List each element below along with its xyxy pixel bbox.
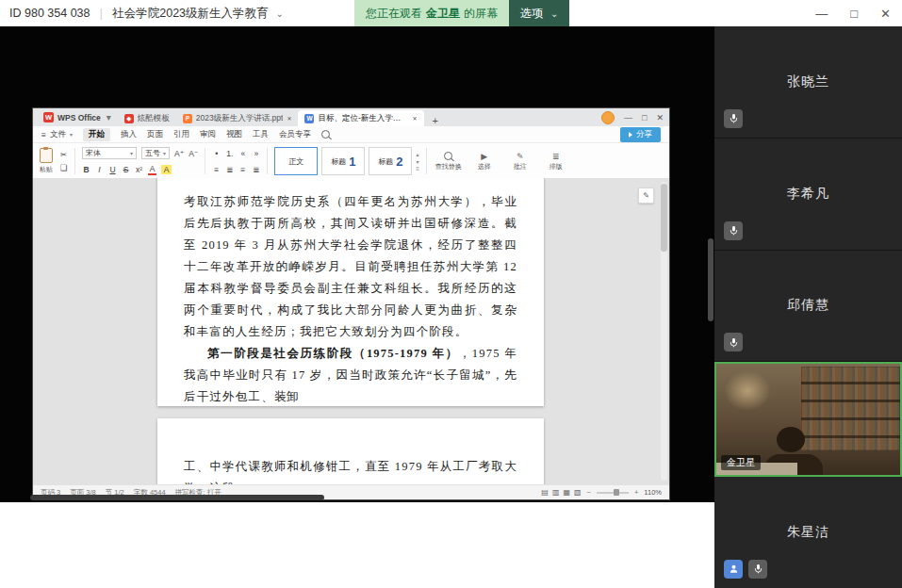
font-color-button[interactable]: A	[148, 164, 156, 175]
style-body-text[interactable]: 正文	[274, 147, 318, 175]
view-mode-icon[interactable]: ▦	[563, 488, 570, 497]
maximize-button[interactable]: □	[850, 8, 858, 20]
wps-tab-bar: W WPS Office ▾ ◆ 炫酷模板 P 2023级新生入学讲话.ppt …	[33, 108, 669, 126]
font-group: 宋体 ▾ 五号 ▾ A⁺ A⁻ B I U S	[82, 147, 198, 175]
document-scrollbar-thumb[interactable]	[661, 184, 667, 252]
zoom-slider[interactable]	[597, 492, 629, 494]
zoom-slider-thumb[interactable]	[614, 489, 619, 496]
ppt-file-icon: P	[183, 114, 192, 123]
numbered-list-button[interactable]: 1.	[225, 149, 234, 158]
mic-muted-icon	[724, 333, 743, 351]
scroll-up-icon[interactable]: ▴	[417, 151, 419, 157]
wps-close-button[interactable]: ✕	[656, 114, 664, 122]
window-controls: — □ ✕	[815, 0, 891, 26]
participant-name: 朱星洁	[714, 524, 902, 541]
strikethrough-button[interactable]: S	[122, 165, 130, 174]
options-button[interactable]: 选项 ⌄	[509, 0, 569, 26]
find-replace-button[interactable]: 查找替换	[434, 151, 464, 172]
search-icon[interactable]	[321, 130, 330, 139]
paragraph-2: 第一阶段是社会历练阶段（1975-1979 年），1975 年我高中毕业时只有 …	[184, 343, 517, 408]
indent-button[interactable]: »	[252, 149, 260, 158]
view-mode-icon[interactable]: ▥	[552, 488, 560, 497]
cut-icon[interactable]: ✂	[59, 150, 68, 159]
file-menu[interactable]: ≡ 文件 ▾	[41, 129, 73, 140]
new-tab-button[interactable]: +	[429, 115, 442, 126]
share-document-button[interactable]: 分享	[620, 127, 661, 142]
select-icon: ▶	[481, 151, 487, 161]
meeting-window: ID 980 354 038 ｜ 社会学院2023级新生入学教育 ⌄ 您正在观看…	[0, 0, 902, 588]
select-tool-button[interactable]: ▶ 选择	[469, 151, 500, 172]
copy-icon[interactable]: ❏	[59, 163, 68, 172]
menu-tools[interactable]: 工具	[253, 129, 269, 140]
watching-suffix: 的屏幕	[464, 6, 498, 22]
share-vertical-scrollbar[interactable]	[708, 238, 713, 321]
more-styles-icon[interactable]: ≡	[416, 166, 419, 172]
document-page-2[interactable]: 工、中学代课教师和机修钳工，直至 1979 年从工厂考取大学；这段	[157, 418, 544, 484]
zoom-level[interactable]: 110%	[644, 488, 662, 497]
share-horizontal-scrollbar[interactable]	[30, 495, 324, 500]
align-left-button[interactable]: ≡	[212, 165, 221, 174]
user-avatar[interactable]	[601, 111, 615, 124]
outdent-button[interactable]: «	[238, 149, 247, 158]
scroll-down-icon[interactable]: ▾	[417, 158, 419, 165]
justify-button[interactable]: ≣	[252, 165, 260, 174]
font-size-select[interactable]: 五号 ▾	[141, 147, 170, 159]
document-page-1[interactable]: 考取江苏师范学院历史系（四年更名为苏州大学），毕业后先后执教于两所高校，其间又读…	[157, 178, 544, 406]
layout-tool-button[interactable]: ≣ 排版	[541, 151, 571, 172]
align-center-button[interactable]: ≣	[225, 165, 234, 174]
style-heading-1[interactable]: 标题 1	[321, 147, 365, 175]
view-mode-icon[interactable]: ▧	[574, 488, 582, 497]
menu-reference[interactable]: 引用	[173, 129, 189, 140]
screen-share-area: W WPS Office ▾ ◆ 炫酷模板 P 2023级新生入学讲话.ppt …	[0, 26, 714, 502]
meeting-topbar: ID 980 354 038 ｜ 社会学院2023级新生入学教育 ⌄ 您正在观看…	[0, 0, 902, 26]
paste-button[interactable]: 粘贴	[40, 148, 53, 174]
menu-review[interactable]: 审阅	[200, 129, 216, 140]
zoom-in-button[interactable]: +	[634, 488, 638, 497]
view-mode-switcher: ▤ ▥ ▦ ▧	[541, 488, 581, 497]
tab-doc-document-active[interactable]: W 目标、定位-新生入学漫谈 ✕	[298, 110, 423, 126]
participant-tile-presenter-video[interactable]: 金卫星	[714, 362, 902, 477]
zoom-out-button[interactable]: −	[587, 488, 591, 497]
clipboard-tools: ✂ ❏	[59, 150, 68, 172]
paragraph-1: 考取江苏师范学院历史系（四年更名为苏州大学），毕业后先后执教于两所高校，其间又读…	[184, 191, 517, 343]
tab-ppt-document[interactable]: P 2023级新生入学讲话.ppt ✕	[176, 110, 299, 126]
menu-view[interactable]: 视图	[226, 129, 242, 140]
participant-tile[interactable]: 李希凡	[714, 139, 902, 251]
close-button[interactable]: ✕	[880, 8, 891, 20]
underline-button[interactable]: U	[108, 165, 117, 174]
increase-font-icon[interactable]: A⁺	[174, 149, 184, 158]
menu-home[interactable]: 开始	[83, 128, 110, 141]
bookshelf	[801, 367, 900, 451]
view-mode-icon[interactable]: ▤	[541, 488, 549, 497]
close-tab-icon[interactable]: ✕	[287, 116, 291, 122]
document-scrollbar[interactable]	[661, 182, 667, 481]
wps-maximize-button[interactable]: □	[642, 114, 647, 122]
close-tab-icon[interactable]: ✕	[412, 116, 417, 122]
menu-insert[interactable]: 插入	[121, 129, 137, 140]
style-gallery-scroll[interactable]: ▴ ▾ ≡	[416, 151, 419, 172]
decrease-font-icon[interactable]: A⁻	[189, 149, 198, 158]
menu-member[interactable]: 会员专享	[279, 129, 311, 140]
meeting-info-dropdown[interactable]: ID 980 354 038 ｜ 社会学院2023级新生入学教育 ⌄	[9, 0, 284, 26]
highlight-button[interactable]: A	[161, 165, 172, 174]
participant-tile[interactable]: 朱星洁	[714, 477, 902, 588]
bullet-list-button[interactable]: •	[212, 149, 221, 158]
italic-button[interactable]: I	[95, 165, 104, 174]
document-area: 考取江苏师范学院历史系（四年更名为苏州大学），毕业后先后执教于两所高校，其间又读…	[33, 178, 669, 484]
wps-home-button[interactable]: W WPS Office ▾	[37, 108, 118, 126]
tab-template-gallery[interactable]: ◆ 炫酷模板	[118, 110, 176, 126]
minimize-button[interactable]: —	[815, 8, 828, 20]
quick-comment-button[interactable]: ✎	[638, 188, 654, 204]
bold-button[interactable]: B	[82, 165, 90, 174]
participant-tile[interactable]: 邱倩慧	[714, 251, 902, 363]
wps-minimize-button[interactable]: —	[624, 114, 632, 122]
search-icon	[444, 152, 452, 160]
menu-page[interactable]: 页面	[147, 129, 163, 140]
font-family-select[interactable]: 宋体 ▾	[82, 147, 137, 159]
align-right-button[interactable]: ≡	[238, 165, 247, 174]
superscript-button[interactable]: x²	[135, 165, 143, 174]
comment-tool-button[interactable]: ✎ 批注	[505, 151, 535, 172]
chevron-down-icon[interactable]: ⌄	[276, 8, 284, 19]
style-heading-2[interactable]: 标题 2	[369, 147, 412, 175]
participant-tile[interactable]: 张晓兰	[714, 26, 902, 139]
